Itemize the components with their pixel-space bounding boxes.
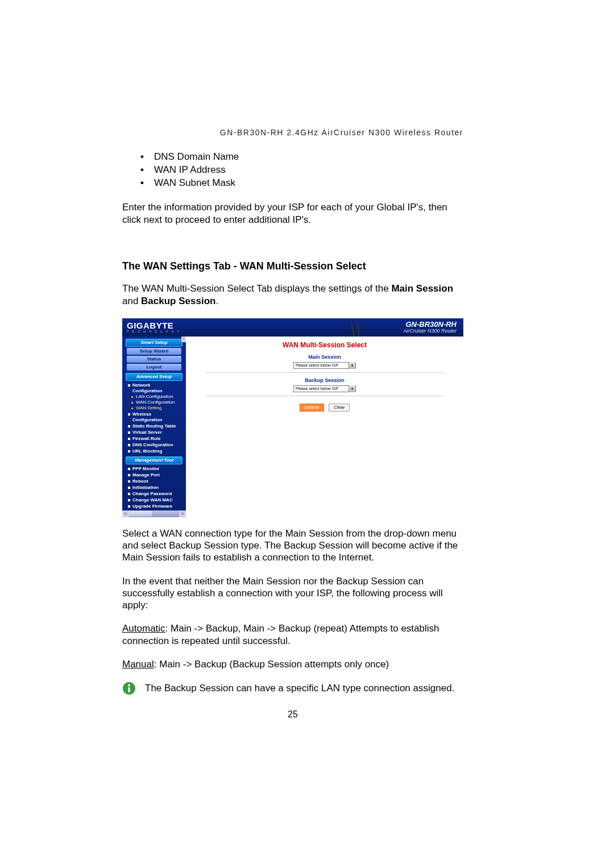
nav-reboot[interactable]: Reboot (127, 478, 181, 484)
nav-dns-config[interactable]: DNS Configuration (127, 442, 181, 448)
list-item: WAN Subnet Mask (150, 177, 463, 189)
nav-change-password[interactable]: Change Password (127, 491, 181, 497)
nav-manage-port[interactable]: Manage Port (127, 472, 181, 478)
nav-cat-smart-setup[interactable]: Smart Setup (126, 339, 182, 347)
nav-upgrade-firmware[interactable]: Upgrade Firmware (127, 503, 181, 509)
underline-label: Manual (122, 659, 154, 670)
backup-session-select[interactable]: Please select below ISP ▼ (293, 385, 356, 392)
nav-logout[interactable]: Logout (127, 364, 181, 371)
nav-cat-advanced-setup[interactable]: Advanced Setup (126, 373, 182, 381)
shot-main: WAN Multi-Session Select Main Session Pl… (186, 337, 463, 517)
scroll-left-icon[interactable]: < (122, 510, 129, 517)
nav-wan-setting-active[interactable]: WAN Setting (127, 405, 181, 411)
scroll-track[interactable] (129, 510, 179, 517)
bold-text: Main Session (391, 283, 453, 294)
scroll-thumb[interactable] (129, 511, 152, 517)
page-header: GN-BR30N-RH 2.4GHz AirCruiser N300 Wirel… (122, 128, 463, 138)
nav-network-config[interactable]: Network Configuration (127, 382, 181, 394)
scroll-up-icon[interactable]: ^ (181, 337, 186, 342)
main-session-label: Main Session (205, 353, 444, 362)
note-text: The Backup Session can have a specific L… (145, 682, 454, 694)
brand-logo: GIGABYTE (127, 321, 181, 330)
paragraph-manual: Manual: Main -> Backup (Backup Session a… (122, 658, 463, 670)
list-item: DNS Domain Name (150, 151, 463, 163)
nav-url-blocking[interactable]: URL Blocking (127, 448, 181, 454)
nav-static-routing[interactable]: Static Routing Table (127, 423, 181, 429)
select-value: Please select below ISP (296, 387, 338, 392)
svg-point-2 (128, 684, 130, 687)
info-note: The Backup Session can have a specific L… (122, 682, 463, 695)
brand-sub: T E C H N O L O G Y (127, 330, 181, 333)
nav-wan-config[interactable]: WAN Configuration (127, 400, 181, 405)
backup-session-label: Backup Session (205, 376, 444, 385)
scroll-right-icon[interactable]: > (179, 510, 186, 517)
nav-wireless-config[interactable]: Wireless Configuration (127, 411, 181, 423)
clear-button[interactable]: Clear (329, 404, 350, 412)
section-heading: The WAN Settings Tab - WAN Multi-Session… (122, 260, 463, 273)
bold-text: Backup Session (141, 296, 215, 306)
button-row: Submit Clear (186, 400, 463, 412)
paragraph: In the event that neither the Main Sessi… (122, 575, 463, 612)
nav-group-mgmt: PPP Monitor Manage Port Reboot Initializ… (127, 466, 181, 510)
text: : Main -> Backup (Backup Session attempt… (154, 659, 389, 670)
intro-paragraph: Enter the information provided by your I… (122, 201, 463, 226)
underline-label: Automatic (122, 623, 165, 634)
logo-group: GIGABYTE T E C H N O L O G Y (127, 321, 181, 333)
paragraph: Select a WAN connection type for the Mai… (122, 528, 463, 564)
text: The WAN Multi-Session Select Tab display… (122, 283, 391, 294)
shot-sidebar: ^ Smart Setup Setup Wizard Status Logout… (122, 337, 186, 510)
document-page: GN-BR30N-RH 2.4GHz AirCruiser N300 Wirel… (0, 0, 614, 868)
model-subtitle: AirCruiser N300 Router (403, 329, 457, 334)
page-content: GN-BR30N-RH 2.4GHz AirCruiser N300 Wirel… (122, 128, 463, 720)
shot-topbar: GIGABYTE T E C H N O L O G Y GN-BR30N-RH… (122, 318, 463, 337)
model-label: GN-BR30N-RH AirCruiser N300 Router (403, 321, 457, 334)
nav-virtual-server[interactable]: Virtual Server (127, 429, 181, 435)
nav-setup-wizard[interactable]: Setup Wizard (127, 348, 181, 355)
sidebar-hscrollbar[interactable]: < > (122, 510, 186, 517)
info-icon (122, 682, 136, 695)
nav-change-wan-mac[interactable]: Change WAN MAC (127, 497, 181, 503)
nav-group: Network Configuration LAN Configuration … (127, 382, 181, 454)
select-value: Please select below ISP (296, 363, 338, 368)
submit-button[interactable]: Submit (300, 404, 324, 412)
main-panel-title: WAN Multi-Session Select (186, 341, 463, 350)
svg-rect-1 (128, 687, 130, 692)
backup-session-section: Backup Session Please select below ISP ▼ (205, 376, 444, 396)
text: . (215, 296, 218, 306)
nav-lan-config[interactable]: LAN Configuration (127, 394, 181, 400)
nav-initialization[interactable]: Initialization (127, 484, 181, 491)
list-item: WAN IP Address (150, 164, 463, 176)
chevron-down-icon: ▼ (349, 385, 355, 392)
bullet-list: DNS Domain Name WAN IP Address WAN Subne… (122, 151, 463, 189)
paragraph: The WAN Multi-Session Select Tab display… (122, 283, 463, 307)
page-number: 25 (122, 709, 463, 720)
nav-firewall-rule[interactable]: Firewall Rule (127, 435, 181, 442)
nav-status[interactable]: Status (127, 356, 181, 363)
paragraph-automatic: Automatic: Main -> Backup, Main -> Backu… (122, 622, 463, 647)
nav-cat-management-tool[interactable]: Management Tool (126, 456, 182, 464)
text: and (122, 296, 141, 306)
text: : Main -> Backup, Main -> Backup (repeat… (122, 623, 439, 646)
main-session-select[interactable]: Please select below ISP ▼ (293, 362, 356, 369)
antenna-icon (350, 318, 372, 337)
model-name: GN-BR30N-RH (403, 321, 457, 329)
main-session-section: Main Session Please select below ISP ▼ (205, 353, 444, 373)
chevron-down-icon: ▼ (349, 362, 355, 369)
router-admin-screenshot: GIGABYTE T E C H N O L O G Y GN-BR30N-RH… (122, 318, 463, 517)
nav-ppp-monitor[interactable]: PPP Monitor (127, 466, 181, 472)
